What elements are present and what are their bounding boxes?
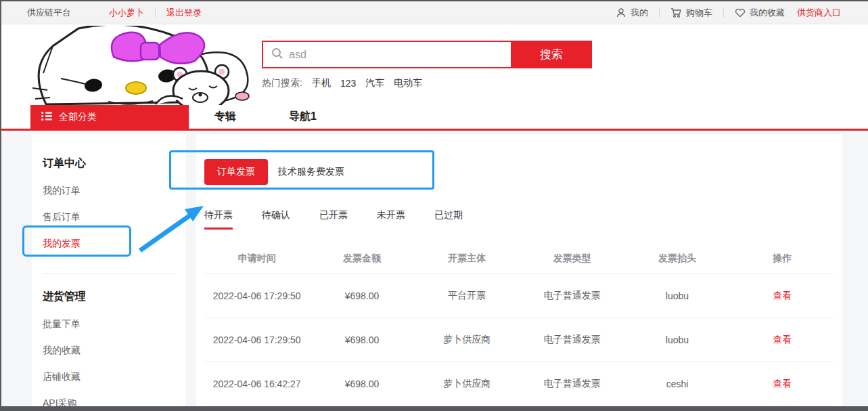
supplier-entry-link[interactable]: 供货商入口: [797, 7, 841, 19]
cell-type: 电子普通发票: [520, 318, 624, 362]
logout-link[interactable]: 退出登录: [166, 7, 202, 19]
cell-subject: 平台开票: [415, 274, 520, 318]
hot-keyword[interactable]: 电动车: [394, 77, 422, 89]
favorites-label: 我的收藏: [750, 7, 785, 19]
status-tab-expired[interactable]: 已过期: [434, 209, 463, 230]
status-tab-not-invoiced[interactable]: 未开票: [377, 209, 405, 230]
search-input[interactable]: [289, 49, 511, 61]
app-window: 供应链平台 小小萝卜 退出登录 我的: [0, 0, 868, 411]
all-categories-button[interactable]: 全部分类: [30, 105, 189, 129]
cell-type: 电子普通发票: [520, 274, 624, 318]
my-account-link[interactable]: 我的: [616, 7, 648, 19]
cell-subject: 萝卜供应商: [415, 318, 520, 362]
cell-title: luobu: [624, 274, 729, 318]
my-account-label: 我的: [631, 7, 648, 19]
cart-link[interactable]: 购物车: [670, 7, 712, 19]
user-icon: [616, 7, 626, 18]
sidebar-item-aftersale-orders[interactable]: 售后订单: [43, 211, 186, 223]
col-apply-time: 申请时间: [204, 244, 309, 274]
col-type: 发票类型: [520, 244, 624, 274]
brand-text: 供应链平台: [27, 7, 71, 19]
sidebar-item-my-favorites[interactable]: 我的收藏: [43, 345, 186, 357]
status-tab-to-confirm[interactable]: 待确认: [262, 209, 290, 230]
view-link[interactable]: 查看: [773, 378, 792, 389]
table-row: 2022-04-06 16:42:27 ¥698.00 萝卜供应商 电子普通发票…: [204, 362, 835, 406]
username-link[interactable]: 小小萝卜: [109, 7, 144, 19]
search-field[interactable]: [262, 41, 511, 68]
favorites-link[interactable]: 我的收藏: [735, 7, 785, 19]
divider: [155, 8, 156, 18]
cell-title: ceshi: [624, 362, 729, 406]
cell-subject: 萝卜供应商: [415, 362, 520, 406]
hot-keyword[interactable]: 手机: [312, 77, 331, 89]
annotation-box-invoice-tabs: [169, 150, 434, 190]
divider: [723, 8, 724, 18]
cart-label: 购物车: [686, 7, 712, 19]
sidebar-divider: [43, 273, 177, 274]
status-tab-pending[interactable]: 待开票: [204, 209, 233, 230]
cell-apply-time: 2022-04-06 16:42:27: [204, 362, 309, 406]
search-icon: [271, 47, 283, 62]
sidebar: 订单中心 我的订单 售后订单 我的发票 进货管理 批量下单 我的收藏 店铺收藏 …: [32, 134, 186, 408]
col-subject: 开票主体: [415, 244, 520, 274]
col-amount: 发票金额: [309, 244, 414, 274]
cell-type: 电子普通发票: [520, 362, 624, 406]
category-list-icon: [41, 112, 52, 123]
sidebar-item-batch-order[interactable]: 批量下单: [43, 318, 186, 330]
col-action: 操作: [730, 244, 835, 274]
site-logo[interactable]: [27, 26, 252, 105]
search-button[interactable]: 搜索: [511, 41, 592, 68]
table-header-row: 申请时间 发票金额 开票主体 发票类型 发票抬头 操作: [204, 244, 835, 274]
cart-icon: [670, 7, 682, 18]
cat-logo-image: [27, 26, 252, 105]
nav-link-nav1[interactable]: 导航1: [289, 105, 317, 129]
divider: [659, 8, 660, 18]
cell-amount: ¥698.00: [309, 318, 414, 362]
invoice-status-tabs: 待开票 待确认 已开票 未开票 已过期: [204, 209, 842, 230]
header: 搜索 热门搜索: 手机 123 汽车 电动车: [1, 25, 868, 105]
table-row: 2022-04-06 17:29:50 ¥698.00 平台开票 电子普通发票 …: [204, 274, 835, 318]
sidebar-section-title-purchase: 进货管理: [43, 290, 186, 304]
table-row: 2022-04-06 17:29:50 ¥698.00 萝卜供应商 电子普通发票…: [204, 318, 835, 362]
top-bar: 供应链平台 小小萝卜 退出登录 我的: [1, 1, 868, 24]
main-nav: 全部分类 专辑 导航1: [1, 105, 868, 131]
nav-link-album[interactable]: 专辑: [214, 105, 236, 129]
cell-amount: ¥698.00: [309, 274, 414, 318]
hot-search-label: 热门搜索:: [262, 77, 302, 89]
col-title: 发票抬头: [624, 244, 729, 274]
status-tab-invoiced[interactable]: 已开票: [319, 209, 348, 230]
hot-keyword[interactable]: 123: [340, 78, 356, 89]
sidebar-item-store-favorites[interactable]: 店铺收藏: [43, 371, 186, 383]
cell-amount: ¥698.00: [309, 362, 414, 406]
sidebar-section-title-orders: 订单中心: [43, 156, 186, 171]
cell-apply-time: 2022-04-06 17:29:50: [204, 274, 309, 318]
heart-icon: [735, 7, 746, 18]
annotation-box-my-invoices: [22, 225, 131, 257]
sidebar-item-my-orders[interactable]: 我的订单: [43, 185, 186, 197]
hot-search-row: 热门搜索: 手机 123 汽车 电动车: [262, 77, 592, 89]
all-categories-label: 全部分类: [59, 111, 97, 123]
window-frame-bottom: [1, 406, 868, 411]
view-link[interactable]: 查看: [773, 334, 792, 345]
cell-title: luobu: [624, 318, 729, 362]
hot-keyword[interactable]: 汽车: [365, 77, 384, 89]
view-link[interactable]: 查看: [773, 290, 792, 301]
invoice-table: 申请时间 发票金额 开票主体 发票类型 发票抬头 操作 2022-04-06 1…: [204, 244, 835, 406]
cell-apply-time: 2022-04-06 17:29:50: [204, 318, 309, 362]
